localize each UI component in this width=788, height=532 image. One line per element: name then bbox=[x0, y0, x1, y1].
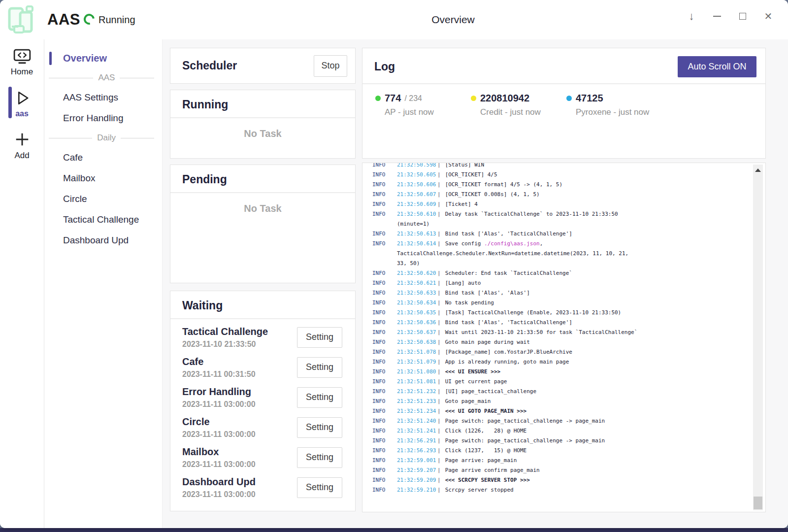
log-timestamp: 21:32:50.614 bbox=[397, 240, 437, 247]
log-line-continuation: 33, 50) bbox=[372, 258, 744, 268]
log-view[interactable]: INFO21:32:50.598|[Status] WININFO21:32:5… bbox=[362, 163, 766, 512]
waiting-task-name: Tactical Challenge bbox=[182, 326, 268, 337]
sidebar-item-error-handling[interactable]: Error Handling bbox=[45, 108, 162, 129]
log-separator: | bbox=[437, 181, 441, 188]
scroll-up-arrow-icon[interactable] bbox=[755, 168, 761, 172]
log-separator: | bbox=[437, 457, 441, 464]
log-line: INFO21:32:51.234|<<< UI GOTO PAGE_MAIN >… bbox=[372, 406, 744, 416]
active-indicator bbox=[49, 52, 52, 65]
setting-button[interactable]: Setting bbox=[297, 417, 342, 438]
waiting-task-row: Cafe2023-11-11 00:31:50Setting bbox=[182, 352, 342, 382]
sidebar-item-dashboard-upd[interactable]: Dashboard Upd bbox=[45, 230, 162, 251]
log-level: INFO bbox=[372, 191, 397, 198]
waiting-task-row: Mailbox2023-11-11 03:00:00Setting bbox=[182, 442, 342, 472]
sidebar-item-aas-settings[interactable]: AAS Settings bbox=[45, 87, 162, 108]
sidebar-item-mailbox[interactable]: Mailbox bbox=[45, 168, 162, 189]
stat-value: 220810942 bbox=[480, 93, 529, 104]
log-level: INFO bbox=[372, 388, 397, 395]
log-timestamp: 21:32:50.620 bbox=[397, 270, 437, 276]
log-message: Delay task `TacticalChallenge` to 2023-1… bbox=[445, 211, 618, 217]
sidebar-item-overview[interactable]: Overview bbox=[45, 48, 162, 68]
sidebar-item-label: Dashboard Upd bbox=[63, 235, 129, 246]
setting-button[interactable]: Setting bbox=[297, 387, 342, 408]
title-bar: AAS Running Overview ↓ ✕ bbox=[0, 0, 788, 39]
pending-title: Pending bbox=[182, 173, 355, 186]
stop-button[interactable]: Stop bbox=[314, 55, 347, 77]
scheduler-title: Scheduler bbox=[182, 59, 237, 72]
log-stats: 774/ 234AP - just now220810942Credit - j… bbox=[362, 93, 765, 117]
rail-item-aas[interactable]: aas bbox=[0, 80, 44, 121]
waiting-task-info: Dashboard Upd2023-11-11 03:00:00 bbox=[182, 476, 256, 499]
log-message: Scrcpy server stopped bbox=[445, 487, 514, 493]
log-level: INFO bbox=[372, 201, 397, 207]
log-level: INFO bbox=[372, 280, 397, 286]
sidebar-item-label: Cafe bbox=[63, 152, 83, 163]
minimize-button[interactable] bbox=[704, 7, 730, 26]
log-separator: | bbox=[437, 368, 441, 375]
log-separator: | bbox=[437, 290, 441, 296]
log-line: INFO21:32:51.079|App is already running,… bbox=[372, 357, 744, 366]
log-message: [Task] TacticalChallenge (Enable, 2023-1… bbox=[445, 309, 622, 316]
stat-value-row: 774/ 234 bbox=[375, 93, 471, 104]
log-message: Bind task ['Alas', 'Alas'] bbox=[445, 290, 530, 296]
log-line: INFO21:32:50.633|Bind task ['Alas', 'Ala… bbox=[372, 288, 744, 298]
log-separator: | bbox=[437, 171, 441, 178]
rail-item-home[interactable]: Home bbox=[0, 39, 44, 80]
sidebar-item-cafe[interactable]: Cafe bbox=[45, 147, 162, 168]
sidebar-item-label: Tactical Challenge bbox=[63, 214, 139, 225]
log-separator: | bbox=[437, 408, 441, 414]
log-separator: | bbox=[437, 398, 441, 404]
log-lines: INFO21:32:50.598|[Status] WININFO21:32:5… bbox=[362, 163, 765, 495]
sidebar-nav: OverviewAASAAS SettingsError HandlingDai… bbox=[45, 39, 163, 528]
log-line: INFO21:32:50.634|No task pending bbox=[372, 298, 744, 307]
log-timestamp: 21:32:51.234 bbox=[397, 408, 437, 414]
log-level: INFO bbox=[372, 359, 397, 365]
log-line: INFO21:32:50.635|[Task] TacticalChalleng… bbox=[372, 307, 744, 317]
rail-item-label: Add bbox=[14, 151, 29, 161]
log-timestamp: 21:32:51.240 bbox=[397, 418, 437, 424]
log-timestamp: 21:32:50.635 bbox=[397, 309, 437, 316]
setting-button[interactable]: Setting bbox=[297, 327, 342, 348]
sidebar-item-tactical-challenge[interactable]: Tactical Challenge bbox=[45, 209, 162, 230]
log-line: INFO21:32:50.607|[OCR_TICKET 0.008s] (4,… bbox=[372, 189, 744, 199]
log-message: [Ticket] 4 bbox=[445, 201, 478, 207]
log-separator: | bbox=[437, 487, 441, 493]
log-line: INFO21:32:50.613|Bind task ['Alas', 'Tac… bbox=[372, 229, 744, 238]
log-message: <<< UI GOTO PAGE_MAIN >>> bbox=[445, 408, 527, 414]
waiting-task-next-run: 2023-11-10 21:33:50 bbox=[182, 340, 268, 349]
waiting-task-next-run: 2023-11-11 03:00:00 bbox=[182, 490, 256, 499]
waiting-task-name: Circle bbox=[182, 416, 256, 428]
log-scrollbar[interactable] bbox=[753, 165, 763, 510]
log-line: INFO21:32:51.241|Click (1226, 28) @ HOME bbox=[372, 426, 744, 435]
waiting-task-next-run: 2023-11-11 03:00:00 bbox=[182, 430, 256, 439]
down-arrow-button[interactable]: ↓ bbox=[679, 7, 704, 26]
stat-ap: 774/ 234AP - just now bbox=[375, 93, 471, 117]
waiting-task-name: Dashboard Upd bbox=[182, 476, 256, 488]
divider bbox=[170, 192, 355, 193]
log-header: Log Auto Scroll ON bbox=[362, 56, 765, 77]
log-line: INFO21:32:59.207|Page arrive confirm pag… bbox=[372, 465, 744, 475]
sidebar-item-circle[interactable]: Circle bbox=[45, 189, 162, 209]
setting-button[interactable]: Setting bbox=[297, 477, 342, 498]
log-message: <<< UI ENSURE >>> bbox=[445, 368, 501, 375]
stat-dot bbox=[375, 96, 381, 101]
rail-item-label: aas bbox=[15, 109, 29, 118]
log-separator: | bbox=[437, 240, 441, 247]
log-separator: | bbox=[437, 329, 441, 335]
log-timestamp: 21:32:59.209 bbox=[397, 477, 437, 483]
app-window: AAS Running Overview ↓ ✕ Home aas bbox=[0, 0, 788, 528]
log-separator: | bbox=[437, 163, 441, 168]
auto-scroll-button[interactable]: Auto Scroll ON bbox=[678, 56, 756, 77]
setting-button[interactable]: Setting bbox=[297, 447, 342, 468]
log-message: Page switch: page_tactical_challenge -> … bbox=[445, 437, 605, 444]
window-controls: ↓ ✕ bbox=[679, 7, 781, 26]
close-button[interactable]: ✕ bbox=[755, 7, 781, 26]
scrollbar-thumb[interactable] bbox=[754, 497, 762, 509]
scheduler-card: Scheduler Stop bbox=[170, 48, 356, 84]
log-line: INFO21:32:56.293|Click (1237, 15) @ HOME bbox=[372, 445, 744, 455]
setting-button[interactable]: Setting bbox=[297, 357, 342, 378]
log-level: INFO bbox=[372, 299, 397, 306]
log-separator: | bbox=[437, 388, 441, 395]
rail-item-add[interactable]: Add bbox=[0, 121, 44, 164]
maximize-button[interactable] bbox=[730, 7, 755, 26]
